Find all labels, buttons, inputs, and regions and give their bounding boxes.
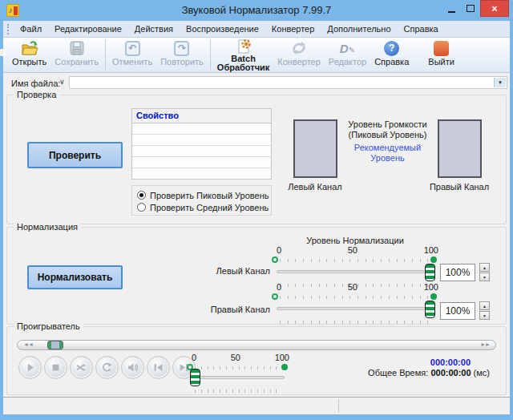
slider-thumb[interactable] <box>190 369 200 386</box>
normalize-button[interactable]: Нормализовать <box>27 265 123 289</box>
left-channel-slider[interactable]: 0 50 100 <box>277 245 434 287</box>
scale-0: 0 <box>192 353 196 362</box>
slider-scale: 0 50 100 <box>277 282 438 292</box>
window-title: Звуковой Нормализатор 7.99.7 <box>0 0 513 21</box>
volume-button[interactable] <box>121 356 144 379</box>
radio-unselected-icon <box>137 203 146 212</box>
menu-bar: Файл Редактирование Действия Воспроизвед… <box>3 21 510 38</box>
seek-forward-icon[interactable]: ►► <box>480 341 490 347</box>
seek-thumb[interactable] <box>47 341 63 349</box>
play-button[interactable] <box>18 356 42 379</box>
right-channel-slider[interactable]: 0 50 100 <box>277 282 434 324</box>
editor-button[interactable]: D✎ Редактор <box>325 38 370 67</box>
undo-button[interactable]: ↶ Отменить <box>108 38 156 67</box>
meter-caption-block: Уровень Громкости (Пиковый Уровень) Реко… <box>334 119 441 164</box>
min-marker-icon <box>272 256 278 263</box>
help-icon: ? <box>384 41 399 56</box>
converter-button[interactable]: Конвертер <box>273 38 324 67</box>
slider-track[interactable] <box>192 376 285 379</box>
table-row <box>132 135 271 146</box>
menu-playback[interactable]: Воспроизведение <box>180 22 265 36</box>
shuffle-button[interactable] <box>70 356 93 379</box>
minimize-icon <box>448 11 455 13</box>
menu-converter[interactable]: Конвертер <box>265 22 321 36</box>
open-button[interactable]: Открыть <box>8 38 50 67</box>
menu-help[interactable]: Справка <box>398 22 445 36</box>
close-button[interactable]: × <box>480 0 509 17</box>
left-percent-spinbox[interactable]: 100% <box>440 264 475 281</box>
recommended-level-link[interactable]: Рекомендуемый Уровень <box>343 143 433 164</box>
status-divider <box>338 399 339 413</box>
maximize-icon <box>467 5 475 12</box>
power-exit-icon <box>434 41 449 56</box>
slider-track[interactable] <box>277 307 434 310</box>
undo-icon: ↶ <box>125 41 140 56</box>
spin-up-button[interactable]: ▲ <box>479 263 490 272</box>
menu-actions[interactable]: Действия <box>128 22 180 36</box>
menu-edit[interactable]: Редактирование <box>48 22 128 36</box>
toolbar-separator <box>210 39 211 70</box>
slider-track[interactable] <box>277 270 434 273</box>
seek-bar[interactable]: ◄◄ ►► <box>17 340 496 350</box>
exit-button[interactable]: Выйти <box>424 38 458 67</box>
menu-extra[interactable]: Дополнительно <box>321 22 397 36</box>
right-percent-spinbox[interactable]: 100% <box>440 302 475 320</box>
normalization-level-caption: Уровень Нормализации <box>277 236 434 245</box>
help-button[interactable]: ? Справка <box>370 38 413 67</box>
spin-down-button[interactable]: ▼ <box>479 273 490 281</box>
close-icon: × <box>491 3 497 14</box>
toolbar: Открыть Сохранить ↶ Отменить ↷ Повторить <box>3 38 510 73</box>
total-time-unit: (мс) <box>474 368 490 378</box>
player-group: Проигрыватель ◄◄ ►► <box>6 326 507 395</box>
seek-back-icon[interactable]: ◄◄ <box>23 341 33 347</box>
meter-caption: Уровень Громкости (Пиковый Уровень) <box>334 119 441 140</box>
previous-track-icon <box>153 362 164 373</box>
menu-file[interactable]: Файл <box>14 22 48 36</box>
undo-label: Отменить <box>112 58 152 67</box>
save-icon <box>69 40 85 56</box>
table-row <box>132 168 271 179</box>
filename-label: Имя файла: <box>11 79 60 88</box>
previous-button[interactable] <box>147 356 170 379</box>
title-bar: ♪ Звуковой Нормализатор 7.99.7 × <box>0 0 513 21</box>
app-window: ♪ Звуковой Нормализатор 7.99.7 × Файл Ре… <box>0 0 513 420</box>
batch-processor-button[interactable]: Batch Обработчик <box>213 38 273 73</box>
volume-slider[interactable]: 0 50 100 <box>192 353 285 393</box>
volume-icon <box>127 362 138 373</box>
radio-selected-icon <box>137 191 146 200</box>
slider-thumb[interactable] <box>425 264 435 281</box>
time-display: 000:00:00 Общее Время: 000:00:00 (мс) <box>368 357 490 378</box>
repeat-button[interactable] <box>95 356 119 379</box>
convert-sync-icon <box>290 40 308 56</box>
table-row <box>132 157 271 168</box>
check-button[interactable]: Проверить <box>27 142 123 168</box>
spin-up-button[interactable]: ▲ <box>479 301 490 310</box>
editor-icon: D✎ <box>340 42 355 55</box>
slider-thumb[interactable] <box>425 301 435 318</box>
scale-50: 50 <box>348 282 357 292</box>
slider-scale: 0 50 100 <box>277 245 438 255</box>
redo-button[interactable]: ↷ Повторить <box>156 38 208 67</box>
filename-combobox[interactable]: ▼ <box>69 76 507 89</box>
radio-average-label: Проверить Средний Уровень <box>150 203 269 212</box>
max-marker-icon <box>281 364 288 370</box>
open-label: Открыть <box>12 58 46 67</box>
table-row <box>132 146 271 157</box>
stop-button[interactable] <box>44 356 67 379</box>
check-group-label: Проверка <box>14 90 59 99</box>
maximize-button[interactable] <box>461 0 480 17</box>
save-button[interactable]: Сохранить <box>50 38 103 67</box>
radio-peak-level[interactable]: Проверить Пиковый Уровень <box>137 189 271 201</box>
help-label: Справка <box>374 58 409 67</box>
minimize-button[interactable] <box>442 0 461 17</box>
scale-0: 0 <box>277 282 281 292</box>
dropdown-arrow-button[interactable]: ▼ <box>494 78 506 87</box>
max-marker-icon <box>430 256 437 263</box>
tick-marks <box>195 390 281 393</box>
check-group: Проверка Проверить Свойство Проверить Пи… <box>6 95 507 224</box>
scale-100: 100 <box>275 353 289 362</box>
filename-expander-icon[interactable]: ∨ <box>59 78 65 86</box>
radio-average-level[interactable]: Проверить Средний Уровень <box>137 201 271 213</box>
spin-down-button[interactable]: ▼ <box>479 311 490 320</box>
left-channel-meter <box>293 119 337 178</box>
